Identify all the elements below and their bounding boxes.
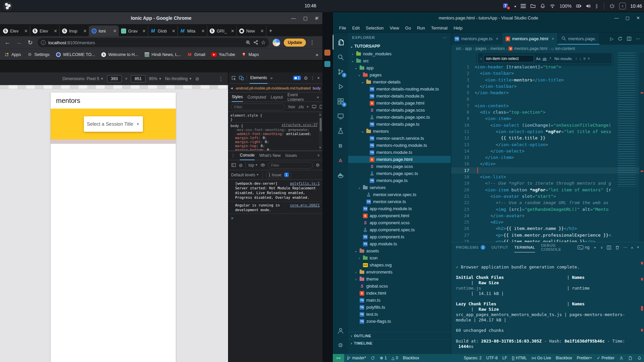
status-item-lf[interactable]: LF <box>500 356 509 360</box>
browser-tab[interactable]: New✕ <box>237 25 266 36</box>
whole-word-toggle[interactable]: ab <box>542 57 546 61</box>
tree-chevron-icon[interactable]: ⌄ <box>361 80 364 84</box>
clock-left[interactable]: 10:46 <box>305 3 316 8</box>
new-style-rule-icon[interactable]: + <box>307 105 309 109</box>
tab-what-s-new[interactable]: What's New <box>259 153 281 158</box>
tab-close-icon[interactable]: ✕ <box>83 28 87 34</box>
tree-chevron-icon[interactable]: › <box>351 52 354 56</box>
tree-item[interactable]: Smentors.page.scss <box>348 163 451 170</box>
new-tab-button[interactable]: + <box>269 27 272 34</box>
vscode-titlebar[interactable]: mentors.page.html - tutorsApp - Visual S… <box>333 12 644 23</box>
tree-item[interactable]: 5mentors.page.html <box>348 156 451 163</box>
find-prev-icon[interactable]: ↑ <box>575 56 577 61</box>
tree-item[interactable]: TSapp.module.ts <box>348 240 451 247</box>
device-toolbar-menu-icon[interactable]: ⋮ <box>218 76 223 82</box>
run-icon[interactable]: ▷ <box>610 36 613 41</box>
tab-event-listeners[interactable]: Event Listeners <box>287 93 312 102</box>
console-prompt[interactable]: > <box>228 214 322 223</box>
tree-item[interactable]: 5index.html <box>348 290 451 297</box>
menu-help[interactable]: Help <box>450 24 466 32</box>
status-item-blackbox[interactable]: Blackbox <box>400 356 422 360</box>
update-button[interactable]: Update <box>284 39 306 47</box>
source-link[interactable]: core.mjs:26021 <box>290 203 320 207</box>
battery-icon[interactable] <box>576 3 581 9</box>
breadcrumb-item[interactable]: src <box>456 46 461 51</box>
terminal-dropdown-icon[interactable]: ∨ <box>600 246 603 249</box>
browser-tab[interactable]: MGlob✕ <box>148 25 178 36</box>
tree-item[interactable]: ⌄src <box>348 57 451 64</box>
tree-chevron-icon[interactable]: › <box>358 256 361 260</box>
teams-icon[interactable]: T <box>503 3 510 9</box>
zoom-select[interactable]: 95%▼ <box>149 76 162 81</box>
status-item[interactable] <box>626 356 635 360</box>
activity-angular-icon[interactable]: A <box>333 153 348 168</box>
browser-tab[interactable]: SInsp✕ <box>60 25 89 36</box>
browser-tab[interactable]: Ioni✕ <box>89 25 119 36</box>
menu-run[interactable]: Run <box>414 24 428 32</box>
source-link[interactable]: polyfills.js:1 <box>290 181 320 186</box>
find-input[interactable] <box>484 55 534 62</box>
panel-collapse-icon[interactable]: ‹ <box>619 3 626 9</box>
menu-terminal[interactable]: Terminal <box>428 24 450 32</box>
activity-remote-icon[interactable] <box>333 109 348 123</box>
status-item[interactable] <box>368 356 377 360</box>
dock-icon[interactable] <box>324 50 330 56</box>
eye-icon[interactable] <box>260 163 265 168</box>
tab-computed[interactable]: Computed <box>248 95 266 100</box>
activity-gear-icon[interactable]: ⚙ <box>333 338 348 353</box>
css-property[interactable]: margin-left: 0; <box>230 136 320 140</box>
status-item[interactable] <box>617 356 626 360</box>
status-item-master-[interactable]: master* <box>344 356 368 360</box>
tree-chevron-icon[interactable]: ⌄ <box>361 129 364 133</box>
breadcrumb-item[interactable]: pages <box>476 46 487 51</box>
tree-item[interactable]: ›environments <box>348 268 451 276</box>
tab-close-icon[interactable]: ✕ <box>172 28 175 34</box>
editor-tab[interactable]: mentors.page. <box>558 33 600 45</box>
tree-item[interactable]: TStest.ts <box>348 311 451 318</box>
tree-item[interactable]: Sglobal.scss <box>348 283 451 290</box>
status-item-1[interactable]: ⊗1 <box>377 356 389 360</box>
browser-tab[interactable]: MMita✕ <box>178 25 207 36</box>
console-message[interactable]: polyfills.js:1[webpack-dev-server] Serve… <box>228 180 322 201</box>
inspect-icon[interactable] <box>231 75 236 80</box>
find-close-icon[interactable]: × <box>588 56 590 61</box>
panel-tab-debug-console[interactable]: DEBUG CONSOLE <box>541 242 572 252</box>
activity-files-icon[interactable] <box>333 35 348 50</box>
devtools-close-icon[interactable]: × <box>317 76 320 80</box>
status-item-prettier[interactable]: ✓Prettier <box>594 356 617 360</box>
wifi-icon[interactable] <box>550 3 555 9</box>
new-terminal-icon[interactable]: ＋ <box>593 245 597 250</box>
tree-item[interactable]: TSapp.component.ts <box>348 233 451 240</box>
browser-tab[interactable]: SGRI_✕ <box>207 25 237 36</box>
tree-item[interactable]: Sapp.component.scss <box>348 219 451 226</box>
split-terminal-icon[interactable] <box>606 245 611 250</box>
timeline-section[interactable]: ›TIMELINE <box>348 339 451 347</box>
tree-item[interactable]: TSmentor-search.service.ts <box>348 135 451 142</box>
hov-toggle[interactable]: :hov <box>287 105 295 109</box>
terminal-shell-select[interactable]: >_ng <box>578 245 590 250</box>
devtools-settings-icon[interactable]: ⚙ <box>304 75 308 81</box>
outline-section[interactable]: ›OUTLINE <box>348 332 451 339</box>
tree-item[interactable]: ⌄services <box>348 184 451 191</box>
tree-item[interactable]: Smentor-details.page.scss <box>348 107 451 114</box>
bookmark-item[interactable]: YouTube <box>211 52 235 57</box>
devtools-more-tabs-icon[interactable]: » <box>270 76 273 80</box>
tree-chevron-icon[interactable]: ⌄ <box>351 59 354 63</box>
viewport-width-input[interactable] <box>107 75 122 82</box>
status-item-prettier-[interactable]: Prettier+ <box>575 356 595 360</box>
css-property[interactable]: margin-top: 0; <box>230 144 320 148</box>
tab-styles[interactable]: Styles <box>232 93 243 102</box>
bookmark-item[interactable]: Apps <box>4 52 21 57</box>
tab-layout[interactable]: Layout <box>271 95 283 100</box>
activity-scm-icon[interactable]: 2 <box>333 64 348 79</box>
tree-item[interactable]: TSzone-flags.ts <box>348 318 451 325</box>
tree-item[interactable]: SVGshapes.svg <box>348 261 451 268</box>
tree-item[interactable]: mentors.page.spec.ts <box>348 170 451 177</box>
tab-close-icon[interactable]: ✕ <box>54 28 57 34</box>
activity-docker-icon[interactable] <box>333 168 348 182</box>
tab-console[interactable]: Console <box>240 151 255 160</box>
status-item[interactable] <box>635 356 644 360</box>
status-item-blackbox[interactable]: Blackbox <box>553 356 575 360</box>
find-next-icon[interactable]: ↓ <box>579 56 581 61</box>
bell-icon[interactable] <box>540 3 545 9</box>
